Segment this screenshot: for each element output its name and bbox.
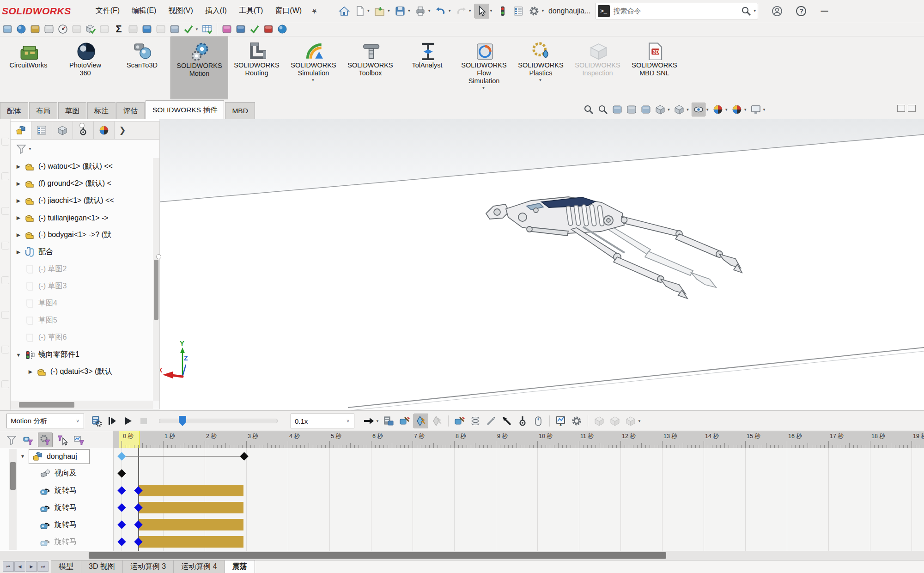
dropdown-arrow-icon[interactable]: ▼ — [311, 78, 315, 82]
menu-t[interactable]: 工具(T) — [233, 0, 269, 22]
mass-properties-icon[interactable] — [84, 23, 97, 36]
expand-arrow-icon[interactable]: ▶ — [13, 198, 24, 204]
motion-tree-item[interactable]: 旋转马 — [0, 533, 113, 550]
interference-detection-icon[interactable] — [127, 23, 140, 36]
configurationmanager-tab[interactable] — [52, 122, 73, 139]
tree-item[interactable]: (-) 草图6 — [11, 329, 153, 346]
dropdown-arrow-icon[interactable]: ▼ — [387, 9, 390, 13]
motion-tree-item[interactable]: 旋转马 — [0, 499, 113, 516]
expand-arrow-icon[interactable]: ▼ — [20, 454, 25, 459]
command-tab-标注[interactable]: 标注 — [87, 102, 116, 119]
command-tab-配体[interactable]: 配体 — [0, 102, 28, 119]
propertymanager-tab[interactable] — [31, 122, 52, 139]
timeline-keyframe[interactable] — [117, 452, 126, 460]
viewport-settings-icon[interactable] — [749, 103, 762, 116]
dropdown-arrow-icon[interactable]: ▼ — [638, 419, 641, 423]
filter-animated-icon[interactable] — [21, 433, 35, 447]
mannequin-icon[interactable] — [70, 23, 83, 36]
stop-icon[interactable] — [137, 414, 151, 428]
solidworks-motion-button[interactable]: SOLIDWORKSMotion — [170, 37, 228, 99]
solidworks-simulation-button[interactable]: SOLIDWORKSSimulation▼ — [285, 37, 342, 99]
solidworks-toolbox-button[interactable]: SOLIDWORKSToolbox — [342, 37, 399, 99]
play-icon[interactable] — [121, 414, 135, 428]
timeline-duration-bar[interactable] — [139, 536, 243, 548]
filter-driving-icon[interactable] — [38, 433, 53, 447]
dropdown-arrow-icon[interactable]: ▼ — [724, 108, 728, 112]
filter-selected-icon[interactable] — [55, 433, 69, 447]
vscroll-thumb[interactable] — [154, 260, 158, 320]
dropdown-arrow-icon[interactable]: ▼ — [407, 9, 411, 13]
timeline-keyframe[interactable] — [240, 452, 248, 460]
tree-item[interactable]: (-) 草图3 — [11, 278, 153, 295]
panel-splitter-handle-icon[interactable] — [156, 254, 161, 259]
dropdown-arrow-icon[interactable]: ▼ — [705, 108, 709, 112]
new-document-icon[interactable] — [353, 4, 367, 18]
timeline-hscroll-thumb[interactable] — [89, 552, 666, 559]
close-window-icon[interactable] — [908, 105, 916, 112]
document-tab-运动算例 3[interactable]: 运动算例 3 — [123, 560, 174, 573]
dropdown-arrow-icon[interactable]: ▼ — [686, 108, 689, 112]
flag-icon[interactable] — [262, 23, 275, 36]
tree-item[interactable]: (-) 草图2 — [11, 261, 153, 278]
save-icon[interactable] — [393, 4, 407, 18]
command-tab-布局[interactable]: 布局 — [29, 102, 57, 119]
contact-icon[interactable] — [453, 414, 467, 428]
playback-mode-icon[interactable] — [362, 414, 376, 428]
command-tab-评估[interactable]: 评估 — [116, 102, 145, 119]
dropdown-arrow-icon[interactable]: ▼ — [367, 9, 371, 13]
timeline-duration-bar[interactable] — [139, 485, 243, 496]
timeline-slider-thumb[interactable] — [179, 416, 186, 426]
tree-item[interactable]: ▶(-) watou<1> (默认) << — [11, 158, 153, 175]
performance-gauge-icon[interactable] — [56, 23, 69, 36]
solidworks-routing-button[interactable]: SOLIDWORKSRouting — [228, 37, 285, 99]
filter-all-icon[interactable] — [5, 433, 18, 447]
tree-item[interactable]: ▼镜向零部件1 — [11, 346, 153, 363]
menu-e[interactable]: 编辑(E) — [126, 0, 162, 22]
design-check-icon[interactable] — [182, 23, 195, 36]
zoom-fit-icon[interactable] — [582, 103, 595, 116]
tree-item[interactable]: ▶(-) jiaochi<1> (默认) << — [11, 192, 153, 209]
assembly-visualization-icon[interactable] — [639, 103, 652, 116]
select-cursor-icon[interactable] — [474, 4, 489, 18]
force-icon[interactable] — [413, 414, 428, 428]
document-tab-运动算例 4[interactable]: 运动算例 4 — [174, 560, 225, 573]
measure-icon[interactable] — [29, 23, 42, 36]
solidworks-plastics-button[interactable]: SOLIDWORKSPlastics▼ — [512, 37, 569, 99]
filter-results-icon[interactable] — [72, 433, 86, 447]
restore-window-icon[interactable] — [897, 105, 905, 112]
tree-item[interactable]: ▶(-) bodygai<1> ->? (默 — [11, 226, 153, 244]
dropdown-arrow-icon[interactable]: ▼ — [448, 9, 451, 13]
first-tab-button[interactable]: ⏮ — [3, 561, 14, 572]
visibility-eye-icon[interactable] — [692, 103, 705, 116]
playback-speed-select[interactable]: 0.1x ˅ — [291, 414, 354, 428]
web-globe-icon[interactable] — [276, 23, 289, 36]
paint-tools-icon[interactable] — [220, 23, 233, 36]
solidworks-flow-simulation-button[interactable]: SOLIDWORKSFlowSimulation▼ — [456, 37, 512, 99]
sim-export-icon[interactable] — [624, 414, 638, 428]
play-from-start-icon[interactable] — [105, 414, 119, 428]
print-icon[interactable] — [413, 4, 427, 18]
tree-filter-funnel-icon[interactable] — [14, 142, 28, 156]
measure-tool-icon[interactable] — [625, 103, 638, 116]
coil-contact-icon[interactable] — [468, 414, 482, 428]
dropdown-arrow-icon[interactable]: ▼ — [482, 86, 486, 90]
dropdown-arrow-icon[interactable]: ▼ — [541, 9, 545, 13]
expand-panel-icon[interactable]: ❯ — [115, 122, 130, 139]
display-style-icon[interactable] — [654, 103, 667, 116]
motion-tree-item[interactable]: 旋转马 — [0, 516, 113, 533]
timeline-canvas[interactable] — [113, 448, 924, 551]
bearing-icon[interactable] — [516, 414, 529, 428]
current-time-line[interactable] — [138, 448, 139, 551]
scanto3d-button[interactable]: ScanTo3D — [114, 37, 170, 99]
redo-icon[interactable] — [454, 4, 468, 18]
undo-icon[interactable] — [434, 4, 448, 18]
motion-tree-item[interactable]: ▼donghauj — [0, 448, 113, 465]
section-view-icon[interactable] — [611, 103, 624, 116]
timeline-keyframe[interactable] — [117, 537, 126, 546]
expand-arrow-icon[interactable]: ▶ — [25, 369, 36, 375]
timeline-keyframe[interactable] — [117, 503, 126, 512]
dropdown-arrow-icon[interactable]: ▼ — [667, 108, 670, 112]
dropdown-arrow-icon[interactable]: ▼ — [762, 108, 766, 112]
solidworks-mbd-snl-button[interactable]: 3DSOLIDWORKSMBD SNL — [626, 37, 683, 99]
tree-item[interactable]: ▶(-) qdatui<3> (默认 — [11, 363, 153, 380]
